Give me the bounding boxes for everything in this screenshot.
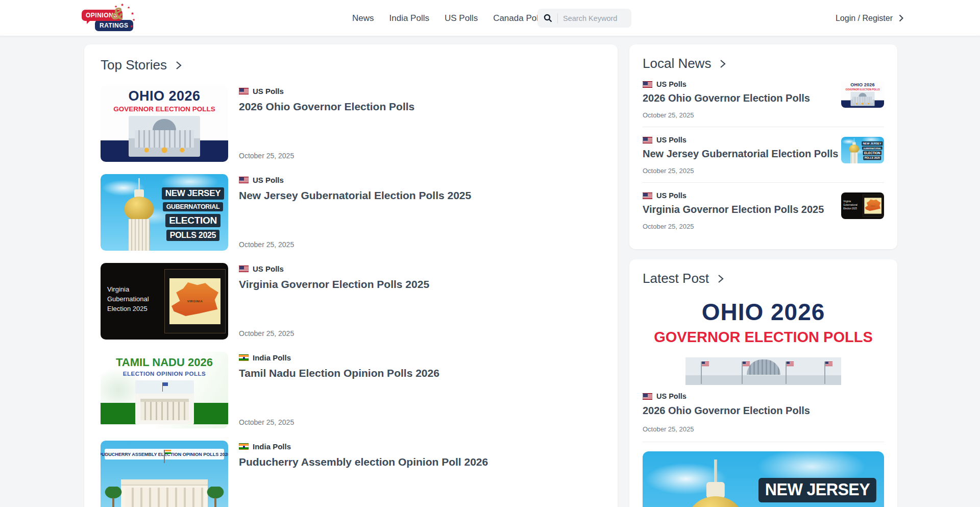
category-label: US Polls <box>253 264 284 273</box>
latest-post-image-new-jersey[interactable]: NEW JERSEY GUBERNATORIAL ELECTION POLLS … <box>643 451 884 507</box>
article-thumbnail-ohio[interactable]: OHIO 2026 GOVERNOR ELECTION POLLS <box>841 81 884 108</box>
article-body: US Polls New Jersey Gubernatorial Electi… <box>239 174 601 251</box>
article-date: October 25, 2025 <box>643 167 835 175</box>
article-thumbnail-ohio[interactable]: OHIO 2026 GOVERNOR ELECTION POLLS <box>101 85 228 162</box>
india-flag-icon <box>239 354 249 361</box>
search-divider <box>557 13 558 23</box>
article-thumbnail-tamil-nadu[interactable]: TAMIL NADU 2026 ELECTION OPINION POLLS <box>101 352 228 428</box>
logo-star-icon: ★ <box>114 5 117 9</box>
article-thumbnail-new-jersey[interactable]: NEW JERSEY GUBERNATORIAL ELECTION POLLS … <box>101 174 228 251</box>
local-news-header[interactable]: Local News <box>643 56 884 71</box>
thumb-text: ELECTION OPINION POLLS <box>101 371 228 377</box>
site-header: OPINIONS & RATINGS ★ ★ ★ ★ ★ ★ News Indi… <box>0 0 980 36</box>
article-thumbnail-puducherry[interactable]: PUDUCHERRY ASSEMBLY ELECTION OPINION POL… <box>101 441 228 507</box>
us-flag-icon <box>239 177 249 183</box>
local-news-item: US Polls 2026 Ohio Governor Election Pol… <box>643 71 884 127</box>
article-date: October 25, 2025 <box>643 425 884 433</box>
category-label: US Polls <box>656 80 687 88</box>
article-row: NEW JERSEY GUBERNATORIAL ELECTION POLLS … <box>101 174 601 251</box>
capitol-photo <box>129 116 200 157</box>
us-flag-icon <box>643 192 652 199</box>
logo-star-icon: ★ <box>131 11 134 16</box>
article-title[interactable]: 2026 Ohio Governor Election Polls <box>239 101 601 113</box>
palm-tree <box>204 487 227 507</box>
nav-item-news[interactable]: News <box>352 13 374 23</box>
article-row: OHIO 2026 GOVERNOR ELECTION POLLS US Pol… <box>101 85 601 162</box>
us-flag-icon <box>239 88 249 94</box>
thumb-text: OHIO 2026 <box>101 88 228 104</box>
palm-tree <box>102 487 125 507</box>
thumb-text: GOVERNOR ELECTION POLLS <box>101 105 228 113</box>
latest-post-header[interactable]: Latest Post <box>643 271 884 286</box>
category-label: India Polls <box>253 442 291 451</box>
article-category[interactable]: US Polls <box>643 80 835 88</box>
india-flag-icon <box>165 450 171 454</box>
india-flag-icon <box>239 443 249 450</box>
article-row: PUDUCHERRY ASSEMBLY ELECTION OPINION POL… <box>101 441 601 507</box>
chevron-right-icon <box>720 59 726 68</box>
latest-post-item: US Polls 2026 Ohio Governor Election Pol… <box>643 392 884 433</box>
chevron-right-icon <box>718 274 724 283</box>
logo-star-icon: ★ <box>127 6 130 10</box>
logo-star-icon: ★ <box>120 3 124 7</box>
article-title[interactable]: Puducherry Assembly election Opinion Pol… <box>239 456 601 468</box>
search-icon[interactable] <box>544 14 552 22</box>
article-row: Virginia Gubernational Election 2025 VIR… <box>101 263 601 340</box>
local-news-card: Local News US Polls 2026 Ohio Governor E… <box>629 44 897 249</box>
article-body: US Polls 2026 Ohio Governor Election Pol… <box>239 85 601 162</box>
article-title[interactable]: 2026 Ohio Governor Election Polls <box>643 405 884 417</box>
us-flag-icon <box>239 265 249 272</box>
section-title: Top Stories <box>101 57 167 73</box>
category-label: India Polls <box>253 353 291 362</box>
article-category[interactable]: US Polls <box>643 136 835 144</box>
latest-post-card: Latest Post OHIO 2026 GOVERNOR ELECTION … <box>629 259 897 507</box>
search-input[interactable] <box>563 14 624 22</box>
thumb-text: GOVERNOR ELECTION POLLS <box>643 329 884 346</box>
article-date: October 25, 2025 <box>643 111 835 119</box>
article-title[interactable]: 2026 Ohio Governor Election Polls <box>643 92 835 104</box>
article-thumbnail-new-jersey[interactable]: NEW JERSEY GUBERNATORIAL ELECTION POLLS … <box>841 137 884 163</box>
article-title[interactable]: New Jersey Gubernatorial Election Polls … <box>643 148 835 160</box>
category-label: US Polls <box>253 176 284 184</box>
us-flag-icon <box>643 81 652 88</box>
category-label: US Polls <box>656 191 687 200</box>
article-date: October 25, 2025 <box>239 329 601 340</box>
thumb-text: OHIO 2026 <box>643 298 884 326</box>
article-body: India Polls Puducherry Assembly election… <box>239 441 601 507</box>
article-date: October 25, 2025 <box>239 152 601 162</box>
capitol-photo <box>685 357 841 385</box>
article-title[interactable]: Virginia Governor Election Polls 2025 <box>239 278 601 291</box>
site-logo[interactable]: OPINIONS & RATINGS ★ ★ ★ ★ ★ ★ <box>82 5 139 32</box>
chevron-right-icon <box>899 14 903 22</box>
article-title[interactable]: Virginia Governor Election Polls 2025 <box>643 204 835 215</box>
article-category[interactable]: US Polls <box>239 176 601 184</box>
thumb-text: TAMIL NADU 2026 <box>101 356 228 369</box>
latest-post-image-ohio[interactable]: OHIO 2026 GOVERNOR ELECTION POLLS <box>643 294 884 385</box>
top-stories-card: Top Stories OHIO 2026 GOVERNOR ELECTION … <box>84 44 618 507</box>
category-label: US Polls <box>253 87 284 95</box>
logo-star-icon: ★ <box>132 18 135 22</box>
article-category[interactable]: US Polls <box>643 392 884 400</box>
nav-item-us-polls[interactable]: US Polls <box>445 13 478 23</box>
chevron-right-icon <box>176 61 182 70</box>
article-category[interactable]: India Polls <box>239 353 601 362</box>
article-category[interactable]: US Polls <box>239 87 601 95</box>
us-flag-icon <box>643 393 652 400</box>
article-body: India Polls Tamil Nadu Election Opinion … <box>239 352 601 428</box>
article-thumbnail-virginia[interactable]: Virginia Gubernational Election 2025 VIR… <box>841 192 884 219</box>
login-register-button[interactable]: Login / Register <box>836 0 903 36</box>
article-title[interactable]: Tamil Nadu Election Opinion Polls 2026 <box>239 367 601 379</box>
nav-item-india-polls[interactable]: India Polls <box>389 13 429 23</box>
article-category[interactable]: US Polls <box>643 191 835 200</box>
article-thumbnail-virginia[interactable]: Virginia Gubernational Election 2025 VIR… <box>101 263 228 340</box>
article-category[interactable]: US Polls <box>239 264 601 273</box>
section-title: Local News <box>643 56 711 71</box>
login-register-label: Login / Register <box>836 14 893 23</box>
thumb-text-group: Virginia Gubernational Election 2025 <box>107 284 149 313</box>
article-title[interactable]: New Jersey Gubernatorial Election Polls … <box>239 189 601 202</box>
search-bar <box>537 9 631 28</box>
top-stories-header[interactable]: Top Stories <box>101 57 601 73</box>
article-category[interactable]: India Polls <box>239 442 601 451</box>
assembly-building <box>121 479 208 507</box>
article-row: TAMIL NADU 2026 ELECTION OPINION POLLS I… <box>101 352 601 428</box>
